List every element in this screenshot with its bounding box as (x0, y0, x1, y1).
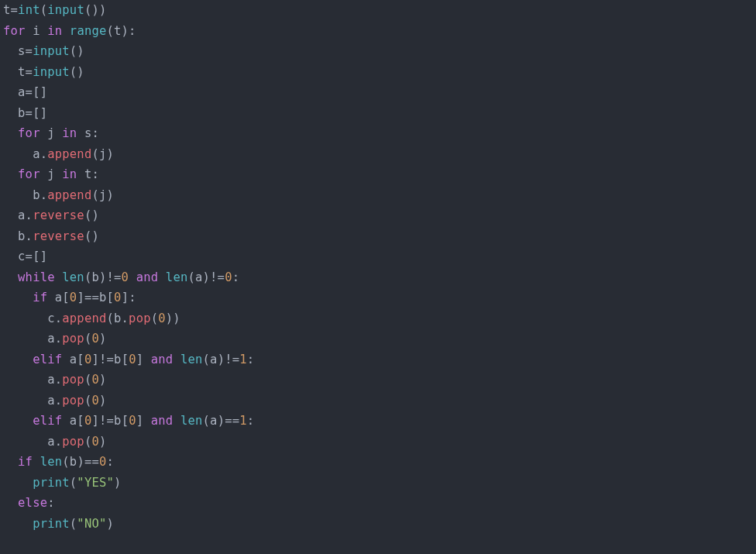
code-token-num: 0 (91, 373, 99, 387)
code-token-func: len (166, 270, 188, 284)
code-token-punc: : (107, 455, 115, 469)
code-token-var: a (3, 332, 55, 346)
code-token-punc: : (47, 496, 55, 510)
code-token-method: append (47, 188, 91, 202)
code-token-method: reverse (33, 229, 84, 243)
code-token-punc: (b) (84, 270, 107, 284)
code-token-punc: ) (99, 435, 107, 449)
code-token-punc: . (40, 147, 48, 161)
code-token-kw: and (136, 270, 159, 284)
code-line: a.append(j) (3, 147, 114, 161)
code-token-punc: [ (107, 291, 115, 305)
code-token-op: != (107, 270, 122, 284)
code-token-kw: in (62, 167, 77, 181)
code-token-var: s (77, 126, 91, 140)
code-token-var: b (114, 414, 122, 428)
code-token-var: a (62, 414, 77, 428)
code-token-num: 0 (225, 270, 232, 284)
code-token-punc: : (91, 167, 99, 181)
code-token-punc: ( (84, 435, 92, 449)
code-token-var (3, 476, 33, 490)
code-token-num: 0 (99, 455, 107, 469)
code-token-punc: ( (84, 332, 92, 346)
code-token-op: = (26, 106, 33, 120)
code-token-punc: [] (33, 106, 47, 120)
code-token-var (158, 270, 166, 284)
code-token-var: b (3, 229, 26, 243)
code-token-op: = (26, 44, 33, 58)
code-token-var: b (114, 353, 122, 366)
code-token-num: 0 (91, 394, 99, 408)
code-token-punc: (j) (91, 147, 114, 161)
code-token-method: pop (62, 394, 84, 408)
code-token-var: b (99, 291, 107, 305)
code-token-op: = (26, 65, 33, 79)
code-token-var: a (3, 435, 55, 449)
code-token-method: pop (62, 332, 84, 346)
code-token-method: append (47, 147, 91, 161)
code-token-str: "NO" (77, 517, 106, 531)
code-line: t=int(input()) (3, 3, 107, 17)
code-token-var (3, 517, 33, 531)
code-token-punc: . (26, 208, 33, 222)
code-token-var (3, 270, 18, 284)
code-token-punc: [] (33, 85, 47, 99)
code-token-kw: elif (33, 353, 62, 366)
code-token-op: != (99, 414, 114, 428)
code-token-punc: . (40, 188, 48, 202)
code-token-num: 0 (158, 311, 166, 325)
code-token-var (129, 270, 136, 284)
code-token-kw: in (62, 126, 77, 140)
code-token-punc: . (55, 373, 63, 387)
code-token-var: a (3, 85, 26, 99)
code-token-punc: ] (77, 291, 84, 305)
code-token-punc: ] (91, 414, 99, 428)
code-token-var (33, 455, 40, 469)
code-line: a.pop(0) (3, 394, 107, 408)
code-token-punc: [ (62, 291, 70, 305)
code-token-kw: if (18, 455, 33, 469)
code-token-func: len (180, 353, 203, 366)
code-line: while len(b)!=0 and len(a)!=0: (3, 270, 239, 284)
code-line: elif a[0]!=b[0] and len(a)!=1: (3, 353, 254, 366)
code-token-punc: ) (99, 394, 107, 408)
code-token-punc: (a) (203, 414, 225, 428)
code-token-punc: () (70, 44, 84, 58)
code-token-kw: and (151, 353, 174, 366)
code-token-method: append (62, 311, 106, 325)
code-line: elif a[0]!=b[0] and len(a)==1: (3, 414, 254, 428)
code-token-var: a (3, 208, 26, 222)
code-editor[interactable]: t=int(input()) for i in range(t): s=inpu… (0, 0, 756, 534)
code-token-op: == (84, 291, 99, 305)
code-token-kw: and (151, 414, 174, 428)
code-token-num: 1 (239, 353, 247, 366)
code-token-punc: (a) (203, 353, 225, 366)
code-line: a.reverse() (3, 208, 99, 222)
code-token-punc: () (84, 208, 99, 222)
code-token-punc: (a) (187, 270, 210, 284)
code-token-func: len (62, 270, 84, 284)
code-token-punc: ] (136, 414, 151, 428)
code-token-var: t (3, 3, 11, 17)
code-token-var: t (77, 167, 91, 181)
code-token-var: b (3, 106, 26, 120)
code-token-var: t (3, 65, 26, 79)
code-line: c.append(b.pop(0)) (3, 311, 180, 325)
code-token-method: pop (129, 311, 151, 325)
code-token-punc: : (247, 353, 255, 366)
code-token-punc: [ (122, 353, 129, 366)
code-token-var: i (26, 24, 48, 38)
code-line: for i in range(t): (3, 24, 136, 38)
code-token-kw: if (33, 291, 47, 305)
code-token-punc: )) (166, 311, 180, 325)
code-token-var: a (3, 147, 40, 161)
code-token-punc: (t): (107, 24, 136, 38)
code-token-num: 0 (91, 435, 99, 449)
code-token-var: j (40, 126, 63, 140)
code-token-punc: ] (91, 353, 99, 366)
code-token-punc: (b. (106, 311, 129, 325)
code-token-num: 0 (122, 270, 129, 284)
code-token-var (3, 291, 33, 305)
code-token-punc: ()) (84, 3, 107, 17)
code-token-func: input (33, 65, 70, 79)
